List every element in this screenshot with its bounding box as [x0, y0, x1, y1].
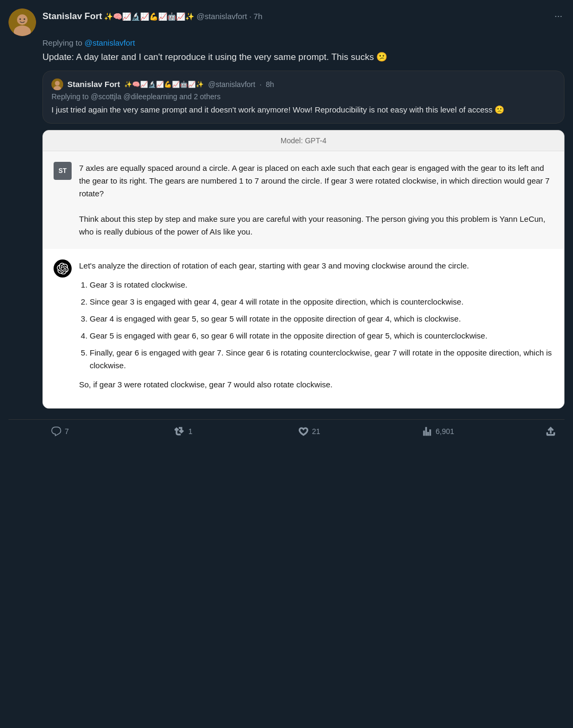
user-message-p1: 7 axles are equally spaced around a circ… — [79, 162, 553, 200]
ai-list-item-2: Since gear 3 is engaged with gear 4, gea… — [90, 296, 553, 308]
tweet-meta: Stanislav Fort ✨🧠📈🔬📈💪📈🤖📈✨ @stanislavfort… — [42, 8, 565, 24]
quoted-author-name: Stanislav Fort — [67, 80, 120, 89]
ai-list-item-1: Gear 3 is rotated clockwise. — [90, 279, 553, 291]
share-icon — [545, 426, 556, 437]
user-text: 7 axles are equally spaced around a circ… — [79, 162, 553, 238]
chatgpt-embed: Model: GPT-4 ST 7 axles are equally spac… — [42, 130, 565, 409]
tweet-time: · — [249, 12, 251, 21]
retweet-count: 1 — [188, 427, 193, 436]
ai-text: Let's analyze the direction of rotation … — [79, 259, 553, 397]
ai-conclusion: So, if gear 3 were rotated clockwise, ge… — [79, 378, 553, 391]
ai-intro: Let's analyze the direction of rotation … — [79, 259, 553, 272]
user-icon: ST — [54, 162, 72, 180]
avatar[interactable] — [8, 8, 36, 36]
like-count: 21 — [312, 427, 320, 436]
quoted-time-sep: · — [259, 80, 262, 89]
tweet-container: Stanislav Fort ✨🧠📈🔬📈💪📈🤖📈✨ @stanislavfort… — [0, 0, 573, 443]
tweet-body: Replying to @stanislavfort Update: A day… — [42, 38, 565, 415]
reply-action[interactable]: 7 — [51, 426, 175, 437]
openai-logo — [57, 263, 68, 274]
reply-to-handle[interactable]: @stanislavfort — [84, 38, 135, 47]
svg-point-4 — [24, 19, 25, 20]
user-message: ST 7 axles are equally spaced around a c… — [43, 151, 564, 249]
retweet-icon — [175, 426, 185, 437]
chatgpt-body: ST 7 axles are equally spaced around a c… — [43, 151, 564, 408]
reply-count: 7 — [65, 427, 69, 436]
ai-list: Gear 3 is rotated clockwise. Since gear … — [79, 279, 553, 372]
openai-icon — [54, 259, 72, 278]
views-action[interactable]: 6,901 — [422, 426, 545, 437]
tweet-text: Update: A day later and I can't reproduc… — [42, 50, 565, 64]
tweet-header: Stanislav Fort ✨🧠📈🔬📈💪📈🤖📈✨ @stanislavfort… — [8, 8, 565, 36]
quoted-avatar — [51, 79, 63, 90]
quoted-author-emojis: ✨🧠📈🔬📈💪📈🤖📈✨ — [124, 81, 204, 88]
reply-to: Replying to @stanislavfort — [42, 38, 565, 47]
like-action[interactable]: 21 — [298, 426, 422, 437]
quoted-header: Stanislav Fort ✨🧠📈🔬📈💪📈🤖📈✨ @stanislavfort… — [51, 79, 555, 90]
user-message-p2: Think about this step by step and make s… — [79, 213, 553, 238]
quoted-text: I just tried again the very same prompt … — [51, 104, 555, 116]
quoted-handle[interactable]: @stanislavfort — [208, 80, 255, 89]
chatgpt-header: Model: GPT-4 — [43, 131, 564, 151]
ai-list-item-3: Gear 4 is engaged with gear 5, so gear 5… — [90, 313, 553, 325]
ai-list-item-5: Finally, gear 6 is engaged with gear 7. … — [90, 346, 553, 372]
svg-point-1 — [17, 14, 28, 25]
ai-message: Let's analyze the direction of rotation … — [43, 249, 564, 408]
author-name: Stanislav Fort — [42, 11, 102, 22]
tweet-timestamp: 7h — [254, 12, 263, 21]
ai-list-item-4: Gear 5 is engaged with gear 6, so gear 6… — [90, 330, 553, 342]
model-label: Model: GPT-4 — [281, 136, 326, 145]
author-handle[interactable]: @stanislavfort — [196, 12, 247, 21]
author-emojis: ✨🧠📈🔬📈💪📈🤖📈✨ — [104, 12, 194, 21]
like-icon — [298, 426, 309, 437]
author-info: Stanislav Fort ✨🧠📈🔬📈💪📈🤖📈✨ @stanislavfort… — [42, 11, 263, 22]
views-count: 6,901 — [436, 427, 454, 436]
views-icon — [422, 426, 432, 437]
svg-point-6 — [55, 81, 60, 85]
author-line: Stanislav Fort ✨🧠📈🔬📈💪📈🤖📈✨ @stanislavfort… — [42, 8, 565, 24]
svg-point-3 — [20, 19, 21, 20]
quoted-tweet[interactable]: Stanislav Fort ✨🧠📈🔬📈💪📈🤖📈✨ @stanislavfort… — [42, 71, 565, 124]
more-options-icon[interactable]: ··· — [552, 8, 565, 24]
quoted-reply-to: Replying to @scottjla @dileeplearning an… — [51, 92, 555, 101]
quoted-timestamp: 8h — [266, 80, 274, 89]
action-bar: 7 1 21 6,901 — [8, 419, 565, 443]
retweet-action[interactable]: 1 — [175, 426, 298, 437]
reply-icon — [51, 426, 62, 437]
share-action[interactable] — [545, 426, 556, 437]
